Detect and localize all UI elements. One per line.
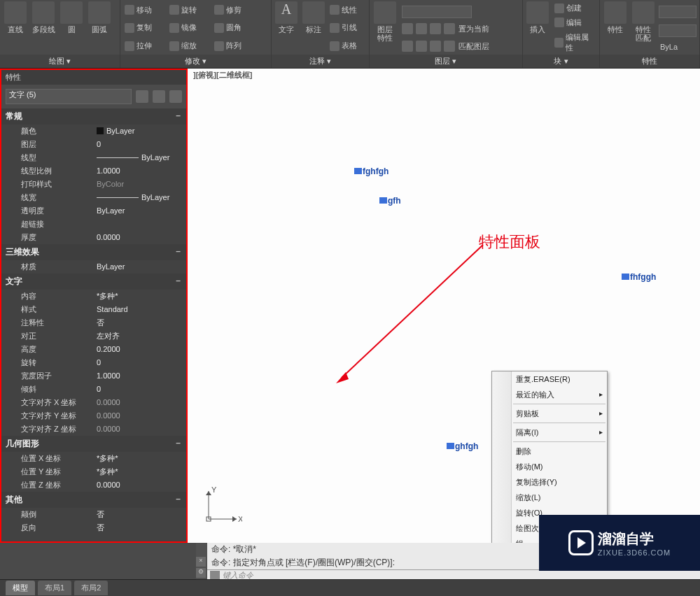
prop-thickness[interactable]: 0.0000 — [94, 231, 186, 244]
tool-polyline[interactable]: 多段线 — [31, 1, 56, 55]
prop-rotation[interactable]: 0 — [94, 356, 186, 369]
prop-height[interactable]: 0.2000 — [94, 343, 186, 356]
tool-arc[interactable]: 圆弧 — [87, 1, 112, 55]
cmd-config-icon[interactable]: ⚙ — [196, 568, 206, 578]
prop-posy[interactable]: *多种* — [94, 465, 186, 478]
cat-3d[interactable]: 三维效果 — [1, 244, 186, 260]
ribbon: 直线 多段线 圆 圆弧 绘图 ▾ 移动 复制 拉伸 旋转 镜像 缩放 修剪 圆角… — [0, 0, 700, 69]
ctx-repeat[interactable]: 重复.ERASE(R) — [492, 371, 607, 387]
prop-color[interactable]: ByLayer — [94, 125, 186, 138]
prop-lineweight[interactable]: ByLayer — [94, 191, 186, 204]
tool-array[interactable]: 阵列 — [213, 40, 255, 52]
prop-plotstyle: ByColor — [94, 178, 186, 191]
cat-geometry[interactable]: 几何图形 — [1, 436, 186, 452]
viewport-label[interactable]: ][俯视][二维线框] — [193, 70, 252, 80]
panel-header: 特性 — [1, 70, 186, 85]
quickselect-icon[interactable] — [169, 90, 182, 103]
svg-text:Y: Y — [211, 485, 217, 494]
svg-text:X: X — [238, 515, 242, 523]
tool-insert[interactable]: 插入 — [526, 1, 550, 55]
tool-stretch[interactable]: 拉伸 — [123, 40, 165, 52]
prop-content[interactable]: *多种* — [94, 290, 186, 303]
panel-title-props[interactable]: 特性 — [600, 55, 699, 68]
prop-aligny[interactable]: 0.0000 — [94, 409, 186, 423]
tab-model[interactable]: 模型 — [6, 581, 35, 595]
cat-general[interactable]: 常规 — [1, 108, 186, 125]
tool-edit[interactable]: 编辑 — [553, 17, 596, 29]
prop-alignz[interactable]: 0.0000 — [94, 423, 186, 436]
text-object-1[interactable]: fghfgh — [354, 166, 388, 176]
prop-posz[interactable]: 0.0000 — [94, 478, 186, 492]
svg-marker-3 — [232, 516, 237, 522]
watermark: 溜溜自学ZIXUE.3D66.COM — [539, 515, 700, 571]
cat-other[interactable]: 其他 — [1, 492, 186, 508]
select-icon[interactable] — [153, 90, 165, 103]
tool-copy[interactable]: 复制 — [123, 22, 165, 34]
tool-trim[interactable]: 修剪 — [213, 4, 255, 16]
ctx-copysel[interactable]: 复制选择(Y) — [492, 474, 607, 490]
tool-circle[interactable]: 圆 — [59, 1, 84, 55]
tool-move[interactable]: 移动 — [123, 4, 165, 16]
tool-dimension[interactable]: 标注 — [301, 1, 326, 55]
tab-layout1[interactable]: 布局1 — [38, 581, 71, 595]
annotation-arrow — [336, 238, 518, 386]
text-object-2[interactable]: gfh — [379, 196, 401, 206]
tool-text[interactable]: A文字 — [274, 1, 299, 55]
prop-style[interactable]: Standard — [94, 303, 186, 316]
panel-title-draw[interactable]: 绘图 ▾ — [0, 55, 120, 68]
cmd-close-icon[interactable]: × — [196, 557, 206, 567]
prop-posx[interactable]: *多种* — [94, 452, 186, 465]
prop-backwards[interactable]: 否 — [94, 521, 186, 534]
tool-fillet[interactable]: 圆角 — [213, 22, 255, 34]
properties-panel: 特性 文字 (5) 常规 颜色ByLayer 图层0 线型ByLayer 线型比… — [0, 69, 188, 543]
ucs-icon: XY — [200, 485, 242, 529]
ctx-recent[interactable]: 最近的输入 — [492, 387, 607, 402]
prop-alignx[interactable]: 0.0000 — [94, 396, 186, 409]
play-icon — [568, 530, 594, 555]
tool-editattr[interactable]: 编辑属性 — [553, 31, 596, 54]
tool-rotate[interactable]: 旋转 — [168, 4, 210, 16]
svg-line-0 — [342, 245, 483, 378]
tool-props[interactable]: 特性 — [603, 1, 628, 55]
svg-marker-6 — [206, 491, 211, 495]
tool-table[interactable]: 表格 — [328, 40, 366, 52]
prop-hyperlink[interactable] — [94, 218, 186, 231]
tool-linear[interactable]: 线性 — [328, 4, 366, 16]
tool-layerprops[interactable]: 图层 特性 — [372, 1, 398, 55]
panel-title-layer[interactable]: 图层 ▾ — [370, 55, 522, 68]
tool-leader[interactable]: 引线 — [328, 22, 366, 34]
prop-layer[interactable]: 0 — [94, 138, 186, 151]
tool-scale[interactable]: 缩放 — [168, 40, 210, 52]
panel-title-modify[interactable]: 修改 ▾ — [120, 55, 270, 68]
prop-widthfactor[interactable]: 1.0000 — [94, 369, 186, 383]
prop-transparency[interactable]: ByLayer — [94, 204, 186, 218]
selection-dropdown[interactable]: 文字 (5) — [6, 89, 132, 104]
status-bar: 模型 布局1 布局2 — [0, 579, 700, 596]
panel-title-annotate[interactable]: 注释 ▾ — [272, 55, 369, 68]
prop-annotative[interactable]: 否 — [94, 316, 186, 329]
tab-layout2[interactable]: 布局2 — [74, 581, 108, 595]
drawing-canvas[interactable]: ][俯视][二维线框] fghfgh gfh ghfgh fhfggh 特性面板… — [188, 69, 700, 543]
prop-upsidedown[interactable]: 否 — [94, 508, 186, 521]
prop-linetype[interactable]: ByLayer — [94, 151, 186, 164]
tool-matchprops[interactable]: 特性 匹配 — [631, 1, 656, 55]
prop-oblique[interactable]: 0 — [94, 383, 186, 396]
pickadd-icon[interactable] — [136, 90, 148, 103]
ctx-scale[interactable]: 缩放(L) — [492, 490, 607, 505]
prop-ltscale[interactable]: 1.0000 — [94, 164, 186, 178]
cat-text[interactable]: 文字 — [1, 274, 186, 290]
panel-title-block[interactable]: 块 ▾ — [523, 55, 599, 68]
ctx-isolate[interactable]: 隔离(I) — [492, 425, 607, 440]
tool-create[interactable]: 创建 — [553, 2, 596, 14]
ctx-move[interactable]: 移动(M) — [492, 459, 607, 474]
layer-combo[interactable] — [402, 6, 472, 18]
ctx-clipboard[interactable]: 剪贴板 — [492, 406, 607, 421]
text-object-4[interactable]: fhfggh — [622, 272, 656, 282]
tool-line[interactable]: 直线 — [3, 1, 28, 55]
ctx-erase[interactable]: 删除 — [492, 444, 607, 459]
prop-justify[interactable]: 左对齐 — [94, 329, 186, 343]
text-object-3[interactable]: ghfgh — [447, 441, 478, 451]
tool-mirror[interactable]: 镜像 — [168, 22, 210, 34]
prop-material[interactable]: ByLayer — [94, 260, 186, 274]
